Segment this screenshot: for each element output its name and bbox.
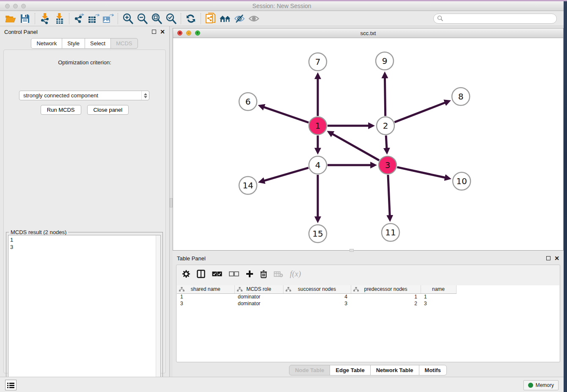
- result-scrollbar[interactable]: [156, 235, 160, 391]
- svg-text:6: 6: [245, 97, 251, 107]
- select-all-button[interactable]: [212, 271, 222, 277]
- delete-table-button[interactable]: [274, 271, 283, 277]
- float-table-panel-icon[interactable]: [546, 256, 550, 260]
- network-close-button[interactable]: ✕: [177, 30, 182, 36]
- column-header-predecessor-nodes[interactable]: predecessor nodes: [351, 285, 421, 293]
- table-row[interactable]: 3dominator323: [177, 300, 559, 307]
- network-zoom-button[interactable]: +: [195, 30, 200, 36]
- first-neighbors-button[interactable]: [218, 12, 232, 25]
- optimization-criterion-dropdown[interactable]: strongly connected component: [19, 91, 149, 100]
- edge-3-11[interactable]: [388, 175, 390, 215]
- delete-table-icon: [274, 271, 283, 277]
- table-cell[interactable]: dominator: [234, 300, 283, 307]
- show-all-button[interactable]: [247, 12, 261, 25]
- function-builder-button[interactable]: f(x): [290, 269, 301, 279]
- column-header-MCDS-role[interactable]: MCDS role: [234, 285, 283, 293]
- zoom-in-button[interactable]: [121, 12, 135, 25]
- tab-style[interactable]: Style: [62, 38, 85, 49]
- mcds-result-box[interactable]: 1 3: [8, 235, 161, 392]
- search-field[interactable]: [433, 14, 557, 24]
- save-session-button[interactable]: [18, 12, 32, 25]
- tab-motifs[interactable]: Motifs: [419, 365, 447, 375]
- network-window-titlebar[interactable]: ✕ − + scc.txt: [173, 28, 563, 38]
- import-table-button[interactable]: [52, 12, 66, 25]
- unchecked-boxes-icon: [229, 271, 239, 277]
- edge-2-9[interactable]: [385, 78, 385, 116]
- table-cell[interactable]: 3: [283, 300, 351, 307]
- node-15[interactable]: 15: [309, 225, 327, 243]
- table-cell[interactable]: dominator: [234, 293, 283, 300]
- table-row[interactable]: 1dominator411: [177, 293, 559, 300]
- status-bar: Memory: [0, 377, 564, 392]
- deselect-all-button[interactable]: [229, 271, 239, 277]
- table-cell[interactable]: 1: [177, 293, 234, 300]
- node-10[interactable]: 10: [453, 172, 471, 190]
- export-network-button[interactable]: [72, 12, 86, 25]
- svg-text:10: 10: [456, 176, 467, 186]
- svg-text:8: 8: [458, 91, 464, 102]
- node-14[interactable]: 14: [239, 177, 257, 194]
- table-settings-button[interactable]: [182, 270, 190, 278]
- node-11[interactable]: 11: [382, 224, 399, 241]
- table-cell[interactable]: 1: [351, 293, 421, 300]
- open-session-button[interactable]: [3, 12, 18, 25]
- tab-select[interactable]: Select: [85, 38, 111, 49]
- tab-edge-table[interactable]: Edge Table: [330, 365, 370, 375]
- edge-4-14[interactable]: [264, 168, 308, 180]
- table-cell[interactable]: 3: [177, 300, 234, 307]
- tab-network[interactable]: Network: [31, 38, 62, 49]
- edge-2-3[interactable]: [386, 135, 387, 148]
- create-column-button[interactable]: [246, 270, 253, 278]
- node-8[interactable]: 8: [452, 88, 470, 105]
- network-resize-grip[interactable]: [350, 249, 354, 252]
- edge-1-6[interactable]: [264, 107, 309, 122]
- node-2[interactable]: 2: [377, 117, 394, 135]
- export-image-button[interactable]: [101, 12, 115, 25]
- show-column-panel-button[interactable]: [197, 270, 205, 278]
- new-network-from-selection-button[interactable]: [204, 12, 218, 25]
- node-table[interactable]: shared nameMCDS rolesuccessor nodesprede…: [177, 285, 559, 362]
- table-cell[interactable]: 1: [421, 293, 456, 300]
- tab-node-table[interactable]: Node Table: [289, 365, 330, 375]
- table-cell[interactable]: 3: [421, 300, 456, 307]
- table-cell[interactable]: 2: [351, 300, 421, 307]
- close-table-panel-icon[interactable]: ✕: [554, 256, 559, 260]
- optimization-criterion-label: Optimization criterion:: [4, 59, 165, 66]
- node-9[interactable]: 9: [376, 52, 394, 70]
- import-network-button[interactable]: [38, 12, 52, 25]
- network-minimize-button[interactable]: −: [186, 30, 191, 36]
- zoom-selected-button[interactable]: [164, 12, 178, 25]
- node-6[interactable]: 6: [239, 93, 257, 110]
- edge-3-10[interactable]: [397, 167, 445, 178]
- panel-splitter[interactable]: [169, 26, 173, 377]
- zoom-fit-button[interactable]: [149, 12, 164, 25]
- network-window-title: scc.txt: [173, 30, 563, 36]
- edge-3-1[interactable]: [333, 134, 379, 160]
- search-input[interactable]: [443, 14, 556, 23]
- node-3[interactable]: 3: [379, 156, 396, 174]
- network-canvas[interactable]: 7968124314101511: [173, 38, 563, 250]
- hide-selected-button[interactable]: [232, 12, 247, 25]
- zoom-out-button[interactable]: [135, 12, 149, 25]
- table-cell[interactable]: 4: [283, 293, 351, 300]
- node-1[interactable]: 1: [309, 117, 327, 135]
- export-table-button[interactable]: [86, 12, 101, 25]
- column-header-successor-nodes[interactable]: successor nodes: [283, 285, 351, 293]
- column-header-shared-name[interactable]: shared name: [177, 285, 234, 293]
- column-tree-icon: [237, 287, 242, 292]
- node-7[interactable]: 7: [309, 53, 327, 71]
- run-mcds-button[interactable]: Run MCDS: [41, 105, 81, 115]
- node-4[interactable]: 4: [309, 156, 327, 174]
- close-panel-button[interactable]: Close panel: [87, 105, 129, 115]
- tab-mcds[interactable]: MCDS: [110, 38, 138, 49]
- column-header-name[interactable]: name: [421, 285, 456, 293]
- memory-button[interactable]: Memory: [523, 380, 559, 390]
- close-panel-icon[interactable]: ✕: [160, 30, 165, 34]
- refresh-button[interactable]: [184, 12, 198, 25]
- delete-column-button[interactable]: [260, 270, 267, 278]
- float-panel-icon[interactable]: [152, 30, 156, 34]
- edge-2-8[interactable]: [394, 103, 445, 122]
- task-history-button[interactable]: [5, 380, 17, 390]
- tab-network-table[interactable]: Network Table: [370, 365, 419, 375]
- splitter-grip[interactable]: [170, 198, 173, 207]
